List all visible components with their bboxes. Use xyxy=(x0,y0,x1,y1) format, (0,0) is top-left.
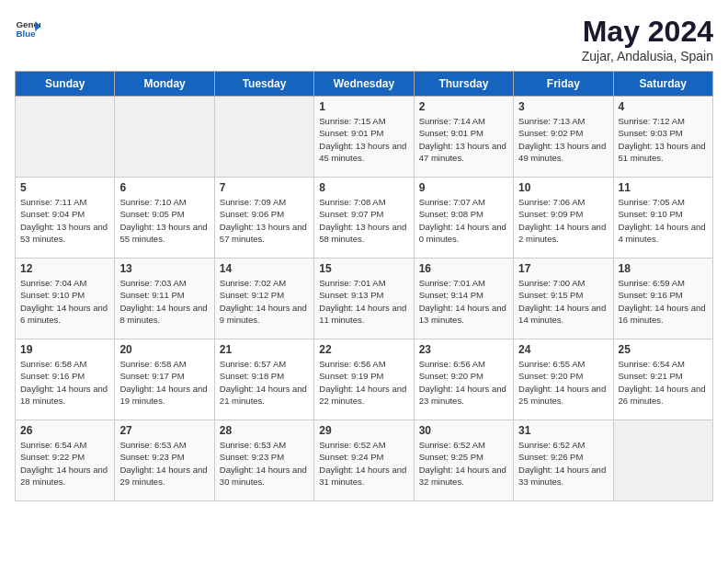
day-info: Sunrise: 7:01 AMSunset: 9:13 PMDaylight:… xyxy=(319,277,408,326)
day-info: Sunrise: 7:02 AMSunset: 9:12 PMDaylight:… xyxy=(220,277,309,326)
day-number: 5 xyxy=(20,181,109,194)
table-row: 25Sunrise: 6:54 AMSunset: 9:21 PMDayligh… xyxy=(613,339,712,420)
day-number: 30 xyxy=(419,424,508,437)
day-number: 23 xyxy=(419,343,508,356)
day-info: Sunrise: 6:52 AMSunset: 9:25 PMDaylight:… xyxy=(419,439,508,488)
calendar-week-row: 12Sunrise: 7:04 AMSunset: 9:10 PMDayligh… xyxy=(16,259,713,339)
table-row: 14Sunrise: 7:02 AMSunset: 9:12 PMDayligh… xyxy=(214,259,313,339)
day-info: Sunrise: 7:03 AMSunset: 9:11 PMDaylight:… xyxy=(119,277,209,326)
day-number: 29 xyxy=(319,424,408,437)
day-number: 4 xyxy=(619,100,708,113)
table-row: 12Sunrise: 7:04 AMSunset: 9:10 PMDayligh… xyxy=(16,259,115,339)
table-row: 11Sunrise: 7:05 AMSunset: 9:10 PMDayligh… xyxy=(613,178,712,259)
day-number: 8 xyxy=(319,181,408,194)
day-number: 7 xyxy=(220,181,309,194)
table-row: 18Sunrise: 6:59 AMSunset: 9:16 PMDayligh… xyxy=(613,259,712,339)
day-info: Sunrise: 7:07 AMSunset: 9:08 PMDaylight:… xyxy=(419,196,508,245)
day-info: Sunrise: 6:52 AMSunset: 9:24 PMDaylight:… xyxy=(319,439,408,488)
day-info: Sunrise: 6:59 AMSunset: 9:16 PMDaylight:… xyxy=(619,277,708,326)
table-row: 26Sunrise: 6:54 AMSunset: 9:22 PMDayligh… xyxy=(16,420,115,501)
day-number: 12 xyxy=(20,262,109,275)
day-info: Sunrise: 6:58 AMSunset: 9:16 PMDaylight:… xyxy=(20,358,109,407)
title-block: May 2024 Zujar, Andalusia, Spain xyxy=(582,15,713,63)
day-info: Sunrise: 6:52 AMSunset: 9:26 PMDaylight:… xyxy=(518,439,608,488)
logo-icon: General Blue xyxy=(15,15,40,40)
col-tuesday: Tuesday xyxy=(214,72,313,97)
day-number: 27 xyxy=(119,424,209,437)
day-info: Sunrise: 6:56 AMSunset: 9:20 PMDaylight:… xyxy=(419,358,508,407)
day-info: Sunrise: 7:13 AMSunset: 9:02 PMDaylight:… xyxy=(518,115,608,164)
day-info: Sunrise: 7:14 AMSunset: 9:01 PMDaylight:… xyxy=(419,115,508,164)
day-number: 2 xyxy=(419,100,508,113)
col-sunday: Sunday xyxy=(16,72,115,97)
table-row: 27Sunrise: 6:53 AMSunset: 9:23 PMDayligh… xyxy=(115,420,214,501)
day-number: 17 xyxy=(518,262,608,275)
table-row: 24Sunrise: 6:55 AMSunset: 9:20 PMDayligh… xyxy=(514,339,613,420)
col-friday: Friday xyxy=(514,72,613,97)
day-info: Sunrise: 7:12 AMSunset: 9:03 PMDaylight:… xyxy=(619,115,708,164)
subtitle: Zujar, Andalusia, Spain xyxy=(582,49,713,63)
table-row: 4Sunrise: 7:12 AMSunset: 9:03 PMDaylight… xyxy=(613,97,712,178)
day-number: 13 xyxy=(119,262,209,275)
svg-text:Blue: Blue xyxy=(16,29,36,39)
table-row: 17Sunrise: 7:00 AMSunset: 9:15 PMDayligh… xyxy=(514,259,613,339)
table-row: 16Sunrise: 7:01 AMSunset: 9:14 PMDayligh… xyxy=(414,259,513,339)
day-number: 16 xyxy=(419,262,508,275)
day-number: 14 xyxy=(220,262,309,275)
table-row: 22Sunrise: 6:56 AMSunset: 9:19 PMDayligh… xyxy=(314,339,414,420)
col-wednesday: Wednesday xyxy=(314,72,414,97)
col-thursday: Thursday xyxy=(414,72,513,97)
day-number: 22 xyxy=(319,343,408,356)
day-number: 20 xyxy=(119,343,209,356)
table-row: 2Sunrise: 7:14 AMSunset: 9:01 PMDaylight… xyxy=(414,97,513,178)
page-header: General Blue May 2024 Zujar, Andalusia, … xyxy=(15,15,713,63)
day-number: 6 xyxy=(119,181,209,194)
day-number: 9 xyxy=(419,181,508,194)
day-info: Sunrise: 7:01 AMSunset: 9:14 PMDaylight:… xyxy=(419,277,508,326)
table-row xyxy=(16,97,115,178)
day-info: Sunrise: 7:08 AMSunset: 9:07 PMDaylight:… xyxy=(319,196,408,245)
table-row xyxy=(115,97,214,178)
table-row: 10Sunrise: 7:06 AMSunset: 9:09 PMDayligh… xyxy=(514,178,613,259)
table-row: 15Sunrise: 7:01 AMSunset: 9:13 PMDayligh… xyxy=(314,259,414,339)
day-info: Sunrise: 7:11 AMSunset: 9:04 PMDaylight:… xyxy=(20,196,109,245)
day-info: Sunrise: 6:55 AMSunset: 9:20 PMDaylight:… xyxy=(518,358,608,407)
table-row: 7Sunrise: 7:09 AMSunset: 9:06 PMDaylight… xyxy=(214,178,313,259)
day-info: Sunrise: 6:53 AMSunset: 9:23 PMDaylight:… xyxy=(220,439,309,488)
day-number: 25 xyxy=(619,343,708,356)
table-row: 8Sunrise: 7:08 AMSunset: 9:07 PMDaylight… xyxy=(314,178,414,259)
calendar-week-row: 5Sunrise: 7:11 AMSunset: 9:04 PMDaylight… xyxy=(16,178,713,259)
day-info: Sunrise: 6:56 AMSunset: 9:19 PMDaylight:… xyxy=(319,358,408,407)
day-info: Sunrise: 6:53 AMSunset: 9:23 PMDaylight:… xyxy=(119,439,209,488)
calendar-table: Sunday Monday Tuesday Wednesday Thursday… xyxy=(15,71,713,501)
day-number: 18 xyxy=(619,262,708,275)
day-number: 3 xyxy=(518,100,608,113)
day-info: Sunrise: 6:58 AMSunset: 9:17 PMDaylight:… xyxy=(119,358,209,407)
day-number: 28 xyxy=(220,424,309,437)
calendar-week-row: 19Sunrise: 6:58 AMSunset: 9:16 PMDayligh… xyxy=(16,339,713,420)
table-row: 9Sunrise: 7:07 AMSunset: 9:08 PMDaylight… xyxy=(414,178,513,259)
day-info: Sunrise: 7:04 AMSunset: 9:10 PMDaylight:… xyxy=(20,277,109,326)
table-row: 13Sunrise: 7:03 AMSunset: 9:11 PMDayligh… xyxy=(115,259,214,339)
table-row xyxy=(613,420,712,501)
calendar-week-row: 1Sunrise: 7:15 AMSunset: 9:01 PMDaylight… xyxy=(16,97,713,178)
day-info: Sunrise: 7:05 AMSunset: 9:10 PMDaylight:… xyxy=(619,196,708,245)
table-row: 1Sunrise: 7:15 AMSunset: 9:01 PMDaylight… xyxy=(314,97,414,178)
day-info: Sunrise: 6:54 AMSunset: 9:21 PMDaylight:… xyxy=(619,358,708,407)
table-row: 21Sunrise: 6:57 AMSunset: 9:18 PMDayligh… xyxy=(214,339,313,420)
day-number: 24 xyxy=(518,343,608,356)
table-row: 20Sunrise: 6:58 AMSunset: 9:17 PMDayligh… xyxy=(115,339,214,420)
calendar-week-row: 26Sunrise: 6:54 AMSunset: 9:22 PMDayligh… xyxy=(16,420,713,501)
table-row xyxy=(214,97,313,178)
day-number: 21 xyxy=(220,343,309,356)
table-row: 31Sunrise: 6:52 AMSunset: 9:26 PMDayligh… xyxy=(514,420,613,501)
day-info: Sunrise: 6:54 AMSunset: 9:22 PMDaylight:… xyxy=(20,439,109,488)
col-monday: Monday xyxy=(115,72,214,97)
day-number: 15 xyxy=(319,262,408,275)
day-number: 26 xyxy=(20,424,109,437)
logo: General Blue xyxy=(15,15,42,40)
table-row: 29Sunrise: 6:52 AMSunset: 9:24 PMDayligh… xyxy=(314,420,414,501)
weekday-header-row: Sunday Monday Tuesday Wednesday Thursday… xyxy=(16,72,713,97)
day-number: 10 xyxy=(518,181,608,194)
main-title: May 2024 xyxy=(582,15,713,49)
